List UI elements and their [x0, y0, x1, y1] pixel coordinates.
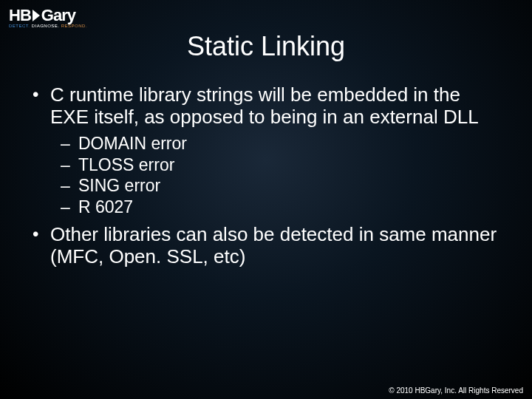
bullet-text: C runtime library strings will be embedd… — [50, 83, 479, 128]
tagline-respond: RESPOND. — [61, 24, 87, 28]
tagline-detect: DETECT. — [9, 24, 30, 28]
tagline-diagnose: DIAGNOSE. — [32, 24, 60, 28]
logo-main: HB Gary — [9, 6, 87, 25]
sub-item: SING error — [61, 175, 502, 197]
logo-tagline: DETECT. DIAGNOSE. RESPOND. — [9, 24, 87, 28]
slide-content: C runtime library strings will be embedd… — [0, 84, 532, 268]
slide-title: Static Linking — [0, 31, 532, 62]
logo: HB Gary DETECT. DIAGNOSE. RESPOND. — [9, 6, 87, 28]
bullet-item: C runtime library strings will be embedd… — [30, 84, 502, 218]
sub-item: DOMAIN error — [61, 133, 502, 154]
sub-item: R 6027 — [61, 197, 502, 218]
sub-item: TLOSS error — [61, 154, 502, 176]
copyright-footer: © 2010 HBGary, Inc. All Rights Reserved — [389, 386, 523, 395]
logo-arrow-icon — [33, 10, 40, 21]
bullet-item: Other libraries can also be detected in … — [30, 224, 502, 268]
logo-gary-text: Gary — [41, 6, 75, 25]
logo-hb-text: HB — [9, 6, 31, 25]
sub-list: DOMAIN error TLOSS error SING error R 60… — [61, 133, 502, 218]
bullet-list: C runtime library strings will be embedd… — [30, 84, 502, 268]
bullet-text: Other libraries can also be detected in … — [50, 223, 497, 267]
